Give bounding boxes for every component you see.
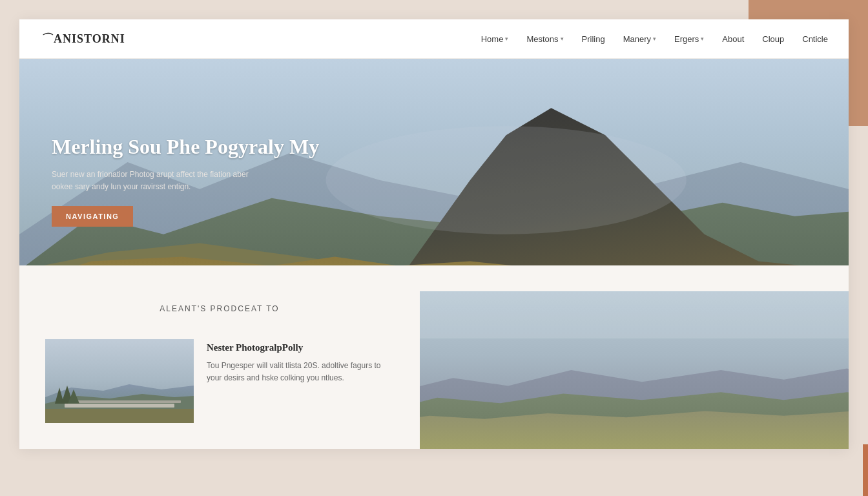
- product-thumbnail-image: [45, 339, 194, 423]
- nav-item-manery[interactable]: Manery ▾: [623, 34, 656, 44]
- hero-section: Merling Sou Phe Pogyraly My Suer new an …: [19, 59, 849, 265]
- product-info: Nester PhotogralpPolly Tou Pngesper will…: [207, 339, 394, 384]
- svg-rect-20: [420, 291, 849, 338]
- hero-title: Merling Sou Phe Pogyraly My: [52, 134, 319, 159]
- chevron-down-icon: ▾: [561, 36, 564, 42]
- below-hero-section: ALEANT'S PRODCEAT TO: [19, 265, 849, 449]
- nav-item-cnticle[interactable]: Cnticle: [802, 34, 828, 44]
- logo-symbol: ⌒: [40, 32, 52, 45]
- nav-item-about[interactable]: About: [722, 34, 744, 44]
- below-right-image: [420, 291, 849, 449]
- product-description: Tou Pngesper will valit tlista 20S. adol…: [207, 360, 394, 384]
- nav-items: Home ▾ Mestons ▾ Priling Manery ▾ Ergers…: [481, 34, 828, 44]
- section-label: ALEANT'S PRODCEAT TO: [45, 304, 394, 313]
- logo[interactable]: ⌒ANISTORNI: [40, 31, 125, 46]
- svg-rect-10: [65, 404, 174, 408]
- chevron-down-icon: ▾: [653, 36, 656, 42]
- nav-item-priling[interactable]: Priling: [582, 34, 605, 44]
- hero-subtitle: Suer new an frionatior Photog arupt affe…: [52, 169, 258, 193]
- nav-item-mestons[interactable]: Mestons ▾: [526, 34, 563, 44]
- nav-item-cloup[interactable]: Cloup: [762, 34, 784, 44]
- svg-rect-15: [45, 409, 194, 423]
- deco-strip-bottom-right: [863, 444, 868, 496]
- hero-cta-button[interactable]: NAVIGATING: [52, 206, 133, 227]
- svg-point-6: [326, 126, 687, 234]
- chevron-down-icon: ▾: [701, 36, 704, 42]
- hero-content: Merling Sou Phe Pogyraly My Suer new an …: [52, 134, 319, 227]
- below-left-panel: ALEANT'S PRODCEAT TO: [19, 291, 420, 449]
- product-item: Nester PhotogralpPolly Tou Pngesper will…: [45, 339, 394, 423]
- product-name: Nester PhotogralpPolly: [207, 342, 394, 353]
- navbar: ⌒ANISTORNI Home ▾ Mestons ▾ Priling Mane…: [19, 19, 849, 59]
- nav-item-home[interactable]: Home ▾: [481, 34, 509, 44]
- product-thumbnail: [45, 339, 194, 423]
- nav-item-ergers[interactable]: Ergers ▾: [674, 34, 704, 44]
- chevron-down-icon: ▾: [505, 36, 508, 42]
- below-right-panel: [420, 291, 849, 449]
- main-card: ⌒ANISTORNI Home ▾ Mestons ▾ Priling Mane…: [19, 19, 849, 449]
